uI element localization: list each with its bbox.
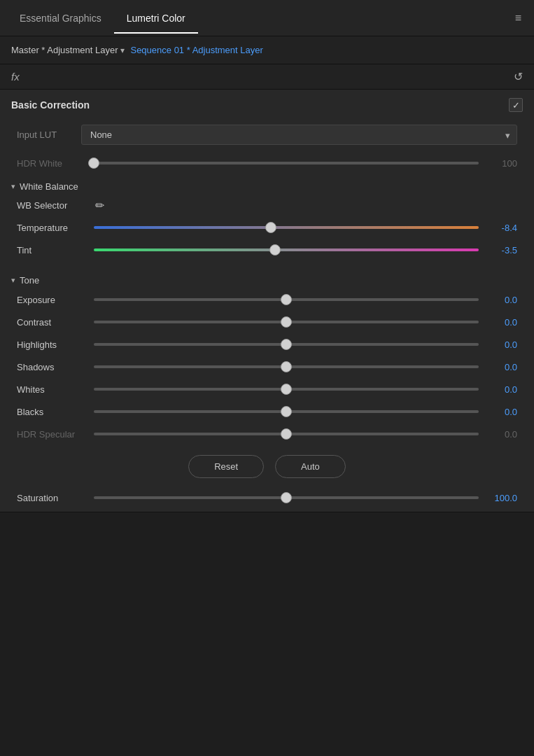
shadows-slider[interactable] (94, 360, 479, 374)
shadows-label: Shadows (17, 362, 87, 372)
layer-row: Master * Adjustment Layer ▾ Sequence 01 … (0, 36, 534, 64)
input-lut-label: Input LUT (17, 130, 73, 140)
temperature-slider[interactable] (94, 220, 479, 234)
layer-chevron-icon: ▾ (120, 46, 125, 55)
saturation-track (94, 496, 479, 499)
tone-title: Tone (20, 275, 39, 286)
white-balance-collapse-icon[interactable]: ▾ (11, 182, 15, 191)
saturation-slider[interactable] (94, 491, 479, 505)
contrast-slider[interactable] (94, 315, 479, 329)
basic-correction-toggle[interactable]: ✓ (509, 98, 523, 112)
hdr-white-row: HDR White 100 (0, 152, 534, 174)
blacks-value: 0.0 (486, 407, 517, 417)
temperature-row: Temperature -8.4 (0, 216, 534, 239)
shadows-track (94, 365, 479, 368)
contrast-thumb[interactable] (281, 316, 292, 328)
temperature-value: -8.4 (486, 223, 517, 233)
hdr-specular-track (94, 433, 479, 435)
temperature-thumb[interactable] (265, 222, 276, 233)
blacks-row: Blacks 0.0 (0, 400, 534, 423)
contrast-row: Contrast 0.0 (0, 311, 534, 333)
whites-slider[interactable] (94, 382, 479, 396)
hdr-specular-label: HDR Specular (17, 429, 87, 440)
layer-name: Master * Adjustment Layer (11, 45, 118, 55)
saturation-row: Saturation 100.0 (0, 488, 534, 512)
auto-button[interactable]: Auto (275, 455, 346, 478)
tint-label: Tint (17, 245, 87, 255)
tint-thumb[interactable] (269, 244, 281, 255)
hdr-specular-value: 0.0 (486, 429, 517, 440)
saturation-label: Saturation (17, 493, 87, 503)
fx-row: fx ↺ (0, 64, 534, 90)
basic-correction-title: Basic Correction (11, 99, 90, 111)
whites-thumb[interactable] (281, 384, 292, 395)
saturation-thumb[interactable] (281, 492, 292, 503)
exposure-thumb[interactable] (281, 294, 292, 305)
highlights-label: Highlights (17, 340, 87, 350)
wb-selector-row: WB Selector ✏ (0, 195, 534, 216)
highlights-thumb[interactable] (281, 339, 292, 350)
whites-label: Whites (17, 384, 87, 395)
hdr-specular-thumb[interactable] (281, 428, 292, 440)
tab-essential-graphics[interactable]: Essential Graphics (7, 3, 114, 34)
exposure-track (94, 298, 479, 301)
hdr-white-label: HDR White (17, 158, 87, 169)
shadows-row: Shadows 0.0 (0, 356, 534, 378)
basic-correction-section: Basic Correction ✓ Input LUT None HDR Wh… (0, 90, 534, 512)
input-lut-select[interactable]: None (81, 125, 517, 145)
tone-header: ▾ Tone (0, 268, 534, 288)
section-header: Basic Correction ✓ (0, 90, 534, 120)
hdr-white-thumb[interactable] (88, 158, 99, 169)
tint-slider[interactable] (94, 243, 479, 257)
contrast-label: Contrast (17, 317, 87, 328)
eyedropper-icon[interactable]: ✏ (95, 199, 104, 212)
reset-auto-row: Reset Auto (0, 445, 534, 488)
contrast-track (94, 321, 479, 323)
whites-value: 0.0 (486, 384, 517, 395)
reset-effect-icon[interactable]: ↺ (514, 70, 523, 83)
hdr-specular-row: HDR Specular 0.0 (0, 423, 534, 445)
sequence-link[interactable]: Sequence 01 * Adjustment Layer (130, 45, 262, 55)
hdr-white-slider[interactable] (94, 156, 479, 170)
exposure-row: Exposure 0.0 (0, 288, 534, 311)
blacks-track (94, 410, 479, 413)
blacks-thumb[interactable] (281, 406, 292, 417)
reset-button[interactable]: Reset (188, 455, 264, 478)
whites-track (94, 388, 479, 391)
panel-menu-icon[interactable]: ≡ (510, 6, 527, 30)
shadows-thumb[interactable] (281, 361, 292, 372)
hdr-specular-slider[interactable] (94, 427, 479, 441)
tint-track (94, 248, 479, 251)
white-balance-header: ▾ White Balance (0, 174, 534, 195)
blacks-slider[interactable] (94, 405, 479, 419)
exposure-value: 0.0 (486, 295, 517, 305)
highlights-value: 0.0 (486, 340, 517, 350)
layer-selector[interactable]: Master * Adjustment Layer ▾ (11, 45, 125, 55)
input-lut-row: Input LUT None (0, 120, 534, 152)
checkmark-icon: ✓ (512, 100, 520, 111)
highlights-row: Highlights 0.0 (0, 333, 534, 356)
fx-label: fx (11, 71, 20, 83)
exposure-label: Exposure (17, 295, 87, 305)
temperature-label: Temperature (17, 223, 87, 233)
exposure-slider[interactable] (94, 293, 479, 307)
shadows-value: 0.0 (486, 362, 517, 372)
highlights-slider[interactable] (94, 337, 479, 351)
saturation-value: 100.0 (486, 493, 517, 503)
temperature-track (94, 226, 479, 229)
tint-value: -3.5 (486, 245, 517, 255)
white-balance-title: White Balance (20, 181, 78, 192)
tab-lumetri-color[interactable]: Lumetri Color (114, 3, 198, 34)
input-lut-select-wrapper: None (81, 125, 517, 145)
contrast-value: 0.0 (486, 317, 517, 328)
hdr-white-value: 100 (486, 158, 517, 169)
highlights-track (94, 343, 479, 346)
whites-row: Whites 0.0 (0, 378, 534, 400)
tab-bar: Essential Graphics Lumetri Color ≡ (0, 0, 534, 36)
tint-row: Tint -3.5 (0, 239, 534, 261)
tone-collapse-icon[interactable]: ▾ (11, 276, 15, 285)
wb-selector-label: WB Selector (17, 200, 87, 211)
hdr-white-track (94, 162, 479, 164)
blacks-label: Blacks (17, 407, 87, 417)
